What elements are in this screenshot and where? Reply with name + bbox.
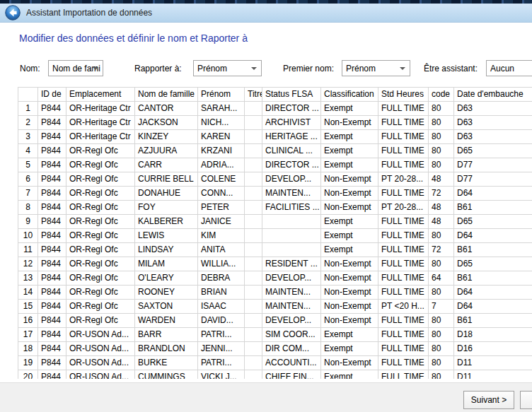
table-cell[interactable] xyxy=(262,215,321,229)
table-cell[interactable]: DIRECTOR ... xyxy=(262,102,321,116)
table-cell[interactable]: DIRECTOR ... xyxy=(262,158,321,172)
table-cell[interactable]: SAXTON xyxy=(135,300,198,314)
table-cell[interactable]: P844 xyxy=(38,102,66,116)
table-cell[interactable]: 80 xyxy=(429,370,454,379)
table-cell[interactable]: BRIAN xyxy=(198,286,245,300)
table-cell[interactable]: D64 xyxy=(454,300,532,314)
table-cell[interactable]: P844 xyxy=(38,328,66,342)
table-cell[interactable]: P844 xyxy=(38,300,66,314)
table-header-cell[interactable]: Prénom xyxy=(198,88,245,102)
table-cell[interactable]: 14 xyxy=(18,286,38,300)
table-cell[interactable]: 80 xyxy=(429,314,454,328)
table-cell[interactable]: 80 xyxy=(429,342,454,356)
table-cell[interactable]: P844 xyxy=(38,342,66,356)
table-cell[interactable]: P844 xyxy=(38,314,66,328)
table-cell[interactable]: COLENE xyxy=(198,172,245,187)
table-cell[interactable]: DEBRA xyxy=(198,271,245,286)
table-cell[interactable] xyxy=(245,257,262,271)
table-cell[interactable] xyxy=(245,130,262,144)
table-cell[interactable] xyxy=(245,328,262,342)
table-cell[interactable]: 80 xyxy=(429,144,454,158)
table-cell[interactable] xyxy=(245,314,262,328)
table-cell[interactable]: D65 xyxy=(454,257,532,271)
table-cell[interactable]: FULL TIME xyxy=(378,314,429,328)
table-cell[interactable]: 6 xyxy=(18,172,38,187)
table-cell[interactable] xyxy=(245,215,262,229)
table-cell[interactable]: FULL TIME xyxy=(378,271,429,286)
table-cell[interactable]: PATRI... xyxy=(198,356,245,370)
table-cell[interactable]: FULL TIME xyxy=(378,187,429,201)
table-cell[interactable]: OR-Regl Ofc xyxy=(66,300,135,314)
table-cell[interactable]: OR-Regl Ofc xyxy=(66,243,135,257)
table-cell[interactable]: P844 xyxy=(38,172,66,187)
table-header-cell[interactable]: Emplacement xyxy=(66,88,135,102)
table-cell[interactable]: Non-Exempt xyxy=(321,300,378,314)
table-cell[interactable]: JENNI... xyxy=(198,342,245,356)
table-cell[interactable]: OR-Regl Ofc xyxy=(66,257,135,271)
table-cell[interactable]: D64 xyxy=(454,286,532,300)
table-cell[interactable]: KALBERER xyxy=(135,215,198,229)
table-cell[interactable]: 5 xyxy=(18,158,38,172)
cut-off-button[interactable] xyxy=(520,391,532,409)
table-cell[interactable]: CONN... xyxy=(198,187,245,201)
table-cell[interactable]: Non-Exempt xyxy=(321,116,378,130)
table-cell[interactable]: P844 xyxy=(38,271,66,286)
table-cell[interactable]: D11 xyxy=(454,356,532,370)
table-cell[interactable]: Non-Exempt xyxy=(321,286,378,300)
table-cell[interactable]: DIR COM... xyxy=(262,342,321,356)
table-header-cell[interactable]: Nom de famille xyxy=(135,88,198,102)
table-cell[interactable] xyxy=(262,243,321,257)
table-cell[interactable] xyxy=(245,300,262,314)
table-cell[interactable]: D65 xyxy=(454,215,532,229)
table-cell[interactable]: FULL TIME xyxy=(378,243,429,257)
table-cell[interactable]: 12 xyxy=(18,257,38,271)
table-cell[interactable]: 17 xyxy=(18,328,38,342)
table-cell[interactable]: 7 xyxy=(18,187,38,201)
table-cell[interactable]: DEVELOP... xyxy=(262,271,321,286)
table-cell[interactable]: KAREN xyxy=(198,130,245,144)
table-cell[interactable]: 64 xyxy=(429,271,454,286)
etre-assistant-select[interactable]: Aucun xyxy=(486,60,532,76)
table-cell[interactable]: Non-Exempt xyxy=(321,257,378,271)
table-cell[interactable]: MAINTEN... xyxy=(262,187,321,201)
table-cell[interactable]: OR-Heritage Ctr xyxy=(66,116,135,130)
table-cell[interactable]: NICH... xyxy=(198,116,245,130)
table-cell[interactable]: VICKI J... xyxy=(198,370,245,379)
table-header-cell[interactable]: Titre xyxy=(245,88,262,102)
table-cell[interactable]: D16 xyxy=(454,342,532,356)
table-cell[interactable]: FOY xyxy=(135,201,198,215)
table-header-cell[interactable]: code xyxy=(429,88,454,102)
table-cell[interactable]: DAVID... xyxy=(198,314,245,328)
table-cell[interactable]: 19 xyxy=(18,356,38,370)
table-cell[interactable]: OR-Regl Ofc xyxy=(66,172,135,187)
table-cell[interactable]: D63 xyxy=(454,130,532,144)
table-cell[interactable]: D63 xyxy=(454,102,532,116)
table-cell[interactable]: PT 20-28... xyxy=(378,201,429,215)
table-cell[interactable]: P844 xyxy=(38,286,66,300)
table-cell[interactable] xyxy=(245,172,262,187)
table-header-cell[interactable] xyxy=(18,88,38,102)
table-cell[interactable]: D63 xyxy=(454,116,532,130)
table-cell[interactable]: DONAHUE xyxy=(135,187,198,201)
table-cell[interactable]: 15 xyxy=(18,300,38,314)
table-cell[interactable]: 8 xyxy=(18,201,38,215)
table-cell[interactable]: 80 xyxy=(429,286,454,300)
table-cell[interactable] xyxy=(245,187,262,201)
table-cell[interactable] xyxy=(245,356,262,370)
table-cell[interactable]: ISAAC xyxy=(198,300,245,314)
table-cell[interactable]: D64 xyxy=(454,187,532,201)
table-cell[interactable]: 48 xyxy=(429,172,454,187)
table-cell[interactable]: 7 xyxy=(429,300,454,314)
table-cell[interactable]: Non-Exempt xyxy=(321,187,378,201)
table-cell[interactable] xyxy=(245,102,262,116)
table-cell[interactable]: Exempt xyxy=(321,243,378,257)
table-cell[interactable]: LEWIS xyxy=(135,229,198,243)
table-cell[interactable]: D11 xyxy=(454,370,532,379)
table-cell[interactable]: PT 20-28... xyxy=(378,172,429,187)
table-cell[interactable]: Exempt xyxy=(321,215,378,229)
table-cell[interactable]: AZJUURA xyxy=(135,144,198,158)
table-cell[interactable]: OR-USON Ad... xyxy=(66,342,135,356)
table-cell[interactable]: 80 xyxy=(429,116,454,130)
table-cell[interactable]: 9 xyxy=(18,215,38,229)
table-cell[interactable]: P844 xyxy=(38,116,66,130)
